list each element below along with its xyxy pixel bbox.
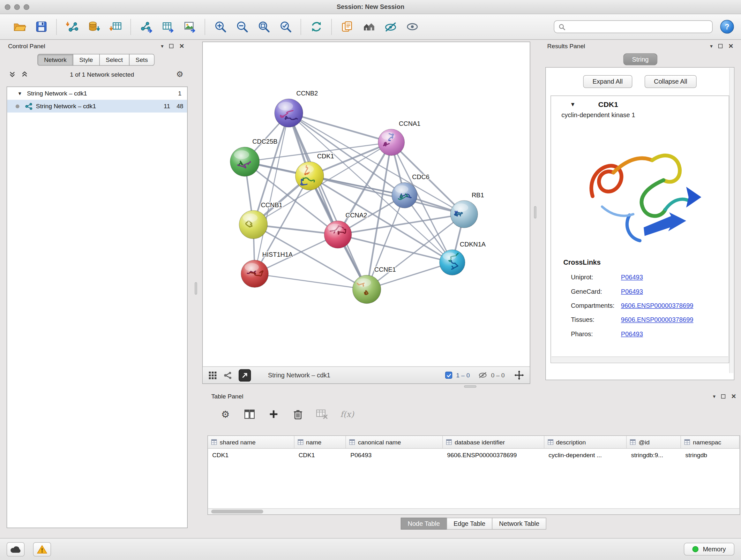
column-header-name[interactable]: name — [294, 436, 346, 448]
tab-style[interactable]: Style — [73, 54, 99, 66]
expand-all-button[interactable]: Expand All — [583, 75, 632, 88]
table-horizontal-scrollbar[interactable] — [208, 508, 740, 514]
help-button[interactable]: ? — [720, 20, 734, 34]
expand-all-icon[interactable] — [21, 71, 28, 78]
column-header--id[interactable]: @id — [627, 436, 681, 448]
crosslink-value-link[interactable]: P06493 — [621, 330, 643, 337]
network-view-icon[interactable] — [223, 371, 232, 380]
panel-menu-icon[interactable]: ▾ — [161, 43, 163, 49]
column-header-description[interactable]: description — [544, 436, 627, 448]
export-image-button[interactable] — [180, 17, 199, 36]
zoom-selected-button[interactable] — [276, 17, 295, 36]
column-header-database-identifier[interactable]: database identifier — [443, 436, 544, 448]
export-table-button[interactable] — [158, 17, 177, 36]
hide-selection-button[interactable] — [381, 17, 400, 36]
function-builder-icon[interactable]: f(x) — [340, 409, 354, 419]
collapse-all-icon[interactable] — [9, 71, 16, 78]
selected-nodes-checkbox[interactable] — [445, 372, 452, 379]
bottom-splitter-handle[interactable] — [464, 385, 476, 388]
results-horizontal-scrollbar[interactable] — [551, 357, 728, 362]
open-session-button[interactable] — [10, 17, 29, 36]
tab-network-table[interactable]: Network Table — [492, 518, 547, 530]
float-panel-icon[interactable] — [718, 44, 723, 48]
refresh-icon — [310, 20, 323, 33]
results-vertical-scrollbar[interactable] — [729, 68, 733, 373]
right-splitter-handle[interactable] — [534, 206, 536, 219]
pan-crosshair-icon[interactable] — [514, 370, 524, 380]
table-settings-gear-icon[interactable]: ⚙ — [220, 408, 231, 420]
disclosure-triangle-icon[interactable]: ▼ — [17, 91, 23, 96]
search-input[interactable] — [568, 23, 708, 30]
tab-network[interactable]: Network — [37, 54, 73, 66]
birdseye-view-button[interactable] — [359, 17, 378, 36]
zoom-fit-button[interactable] — [254, 17, 273, 36]
table-tabs: Node TableEdge TableNetwork Table — [206, 518, 741, 530]
zoom-in-button[interactable] — [211, 17, 229, 36]
memory-status-dot — [692, 546, 698, 552]
collapse-section-icon[interactable]: ▼ — [570, 101, 576, 108]
search-box[interactable] — [554, 20, 713, 33]
column-header-namespac[interactable]: namespac — [681, 436, 739, 448]
table-row[interactable]: CDK1CDK1P064939606.ENSP00000378699cyclin… — [208, 449, 740, 461]
show-columns-icon[interactable] — [244, 408, 255, 420]
column-header-shared-name[interactable]: shared name — [208, 436, 294, 448]
crosslink-value-link[interactable]: P06493 — [621, 273, 643, 281]
network-node-hist1h1a[interactable]: HIST1H1A — [241, 251, 293, 287]
close-panel-icon[interactable]: ✕ — [179, 43, 184, 50]
panel-menu-icon[interactable]: ▾ — [713, 393, 716, 399]
warnings-button[interactable] — [33, 542, 51, 556]
grid-view-icon[interactable] — [208, 371, 217, 380]
network-node-ccnb1[interactable]: CCNB1 — [239, 201, 282, 239]
close-window-button[interactable] — [5, 4, 10, 10]
close-panel-icon[interactable]: ✕ — [731, 393, 736, 400]
network-view[interactable]: CCNB2CCNA1CDC25BCDK1CDC6RB1CCNB1CCNA2CDK… — [202, 42, 530, 384]
tab-select[interactable]: Select — [99, 54, 130, 66]
node-label-cdk1: CDK1 — [317, 152, 334, 160]
import-network-file-button[interactable] — [62, 17, 81, 36]
network-list-gear-icon[interactable]: ⚙ — [176, 70, 184, 78]
memory-button[interactable]: Memory — [684, 543, 734, 556]
network-collection-row[interactable]: ▼ String Network – cdk1 1 — [7, 87, 187, 100]
network-node-ccnb2[interactable]: CCNB2 — [274, 90, 318, 127]
network-node-cdkn1a[interactable]: CDKN1A — [440, 241, 486, 275]
tab-sets[interactable]: Sets — [129, 54, 154, 66]
network-row-selected[interactable]: String Network – cdk1 11 48 — [7, 100, 187, 112]
network-node-rb1[interactable]: RB1 — [450, 192, 484, 228]
save-session-button[interactable] — [31, 17, 51, 36]
collapse-all-button[interactable]: Collapse All — [644, 75, 697, 88]
apply-layout-button[interactable] — [307, 17, 326, 36]
panel-menu-icon[interactable]: ▾ — [710, 43, 713, 49]
crosslink-value-link[interactable]: P06493 — [621, 288, 643, 295]
import-table-button[interactable] — [106, 17, 125, 36]
tab-string[interactable]: String — [623, 53, 657, 65]
float-panel-icon[interactable] — [721, 394, 725, 398]
cloud-status-button[interactable] — [7, 542, 24, 556]
add-column-icon[interactable] — [268, 408, 280, 420]
eye-slash-icon — [384, 20, 397, 33]
minimize-window-button[interactable] — [14, 4, 20, 10]
crosslink-value-link[interactable]: 9606.ENSP00000378699 — [621, 302, 693, 309]
show-all-button[interactable] — [403, 17, 421, 36]
zoom-window-button[interactable] — [23, 4, 29, 10]
delete-column-icon[interactable] — [292, 408, 304, 420]
network-node-ccna1[interactable]: CCNA1 — [378, 120, 421, 155]
network-graph[interactable]: CCNB2CCNA1CDC25BCDK1CDC6RB1CCNB1CCNA2CDK… — [203, 42, 531, 367]
crosslink-value-link[interactable]: 9606.ENSP00000378699 — [621, 316, 693, 323]
column-header-canonical-name[interactable]: canonical name — [346, 436, 443, 448]
close-panel-icon[interactable]: ✕ — [728, 43, 733, 50]
crosslink-row: Compartments:9606.ENSP00000378699 — [563, 298, 729, 312]
scrollbar-thumb[interactable] — [211, 509, 263, 513]
results-panel-header: Results Panel ▾ ✕ — [542, 40, 738, 52]
tab-edge-table[interactable]: Edge Table — [447, 518, 492, 530]
import-network-database-button[interactable] — [84, 17, 103, 36]
left-splitter-handle[interactable] — [195, 282, 197, 295]
network-node-cdk1[interactable]: CDK1 — [295, 152, 334, 190]
column-type-icon — [630, 439, 636, 445]
table-cell: CDK1 — [208, 451, 294, 458]
detach-view-button[interactable] — [239, 369, 251, 381]
publication-copy-button[interactable] — [337, 17, 356, 36]
tab-node-table[interactable]: Node Table — [401, 518, 447, 530]
zoom-out-button[interactable] — [232, 17, 252, 36]
float-panel-icon[interactable] — [169, 44, 173, 48]
export-network-button[interactable] — [137, 17, 155, 36]
